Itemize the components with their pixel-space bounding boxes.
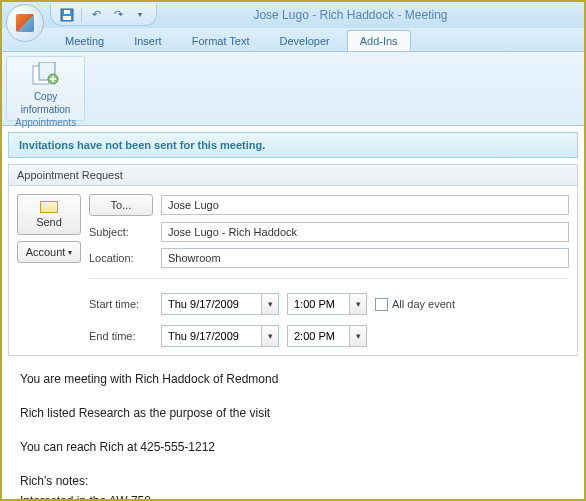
end-date-dropdown[interactable]: ▾ [261,325,279,347]
tab-format-text[interactable]: Format Text [179,30,263,51]
chevron-down-icon: ▾ [356,299,361,309]
chevron-down-icon: ▾ [356,331,361,341]
start-date-field[interactable] [161,293,261,315]
all-day-checkbox[interactable] [375,298,388,311]
redo-icon[interactable]: ↷ [110,7,126,23]
qat-separator [81,8,82,22]
to-field[interactable] [161,195,569,215]
body-line-1: You are meeting with Rich Haddock of Red… [20,370,566,388]
account-button[interactable]: Account ▾ [17,241,81,263]
chevron-down-icon: ▾ [68,248,72,257]
ribbon-group-label: Appointments [15,117,76,128]
body-line-5: Interested in the AW 750 [20,492,566,501]
svg-rect-2 [64,10,70,14]
save-icon[interactable] [59,7,75,23]
copy-info-label-1: Copy [34,91,57,102]
start-time-combo: ▾ [287,293,367,315]
undo-icon[interactable]: ↶ [88,7,104,23]
office-button[interactable] [6,4,44,42]
envelope-icon [40,201,58,213]
to-row: To... [89,194,569,216]
end-time-field[interactable] [287,325,349,347]
section-header: Appointment Request [8,164,578,185]
tab-insert[interactable]: Insert [121,30,175,51]
end-time-dropdown[interactable]: ▾ [349,325,367,347]
end-time-label: End time: [89,330,153,342]
quick-access-toolbar: ↶ ↷ ▾ [50,4,157,26]
form-left-column: Send Account ▾ [17,194,81,347]
start-time-field[interactable] [287,293,349,315]
copy-information-button[interactable]: Copy information [21,61,70,115]
tab-meeting[interactable]: Meeting [52,30,117,51]
end-time-row: End time: ▾ ▾ [89,325,569,347]
subject-field[interactable] [161,222,569,242]
meeting-body[interactable]: You are meeting with Rich Haddock of Red… [2,356,584,501]
office-logo-icon [16,14,34,32]
start-time-dropdown[interactable]: ▾ [349,293,367,315]
body-line-2: Rich listed Research as the purpose of t… [20,404,566,422]
all-day-checkbox-wrap[interactable]: All day event [375,298,455,311]
chevron-down-icon: ▾ [268,331,273,341]
form-right-column: To... Subject: Location: Start time: ▾ [89,194,569,347]
subject-row: Subject: [89,222,569,242]
end-date-combo: ▾ [161,325,279,347]
ribbon-tabs: Meeting Insert Format Text Developer Add… [2,28,584,52]
form-area: Send Account ▾ To... Subject: Location: [8,185,578,356]
svg-rect-1 [63,16,71,20]
window-title: Jose Lugo - Rich Haddock - Meeting [157,8,584,22]
start-time-label: Start time: [89,298,153,310]
all-day-label: All day event [392,298,455,310]
tab-add-ins[interactable]: Add-Ins [347,30,411,51]
location-field[interactable] [161,248,569,268]
end-time-combo: ▾ [287,325,367,347]
ribbon: Copy information Appointments [2,52,584,126]
tab-developer[interactable]: Developer [267,30,343,51]
start-time-row: Start time: ▾ ▾ All day event [89,293,569,315]
copy-info-label-2: information [21,104,70,115]
send-button[interactable]: Send [17,194,81,235]
account-label: Account [26,246,66,258]
meeting-window: ↶ ↷ ▾ Jose Lugo - Rich Haddock - Meeting… [0,0,586,501]
copy-info-icon [30,61,62,89]
body-line-4: Rich's notes: [20,472,566,490]
title-bar: ↶ ↷ ▾ Jose Lugo - Rich Haddock - Meeting [2,2,584,28]
ribbon-group-appointments: Copy information Appointments [6,56,85,121]
divider [89,278,569,279]
start-date-dropdown[interactable]: ▾ [261,293,279,315]
start-date-combo: ▾ [161,293,279,315]
send-label: Send [36,216,62,228]
chevron-down-icon: ▾ [268,299,273,309]
location-row: Location: [89,248,569,268]
body-line-3: You can reach Rich at 425-555-1212 [20,438,566,456]
to-button[interactable]: To... [89,194,153,216]
location-label: Location: [89,252,153,264]
qat-dropdown-icon[interactable]: ▾ [132,7,148,23]
subject-label: Subject: [89,226,153,238]
end-date-field[interactable] [161,325,261,347]
notice-bar: Invitations have not been sent for this … [8,132,578,158]
